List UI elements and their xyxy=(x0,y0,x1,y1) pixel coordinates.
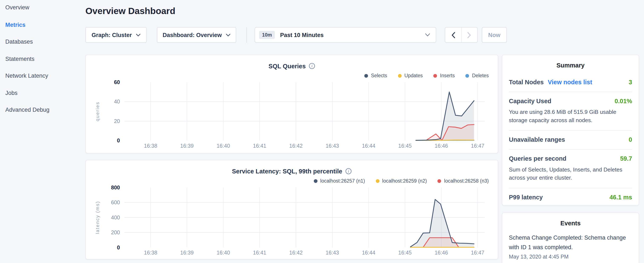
summary-label: Queries per second xyxy=(509,155,566,162)
summary-label: Capacity Used xyxy=(509,97,552,105)
summary-row-total-nodes: Total Nodes View nodes list 3 xyxy=(509,79,632,92)
header-divider xyxy=(246,27,247,43)
legend-dot xyxy=(438,179,441,183)
legend-label: localhost:26257 (n1) xyxy=(320,178,365,184)
svg-text:16:41: 16:41 xyxy=(253,249,266,255)
legend-dot xyxy=(398,74,402,78)
sidebar-item-overview[interactable]: Overview xyxy=(5,4,29,11)
summary-row-queries-per-second: Queries per second 59.7 Sum of Selects, … xyxy=(509,150,632,188)
legend-item: Inserts xyxy=(434,73,455,79)
chevron-left-icon xyxy=(451,32,455,38)
svg-text:16:45: 16:45 xyxy=(398,143,412,149)
legend-label: Updates xyxy=(404,73,423,79)
svg-text:16:43: 16:43 xyxy=(326,143,339,149)
dashboard-select[interactable]: Dashboard: Overview xyxy=(157,27,236,43)
db-console-window: Overview Metrics Databases Statements Ne… xyxy=(0,0,644,263)
svg-text:16:40: 16:40 xyxy=(217,249,230,255)
sidebar-item-jobs[interactable]: Jobs xyxy=(5,90,18,96)
legend-label: Selects xyxy=(371,73,387,79)
legend-item: localhost:26257 (n1) xyxy=(314,178,365,184)
svg-text:0: 0 xyxy=(117,137,120,143)
summary-row-capacity-used: Capacity Used 0.01% You are using 28.6 M… xyxy=(509,92,632,131)
time-range-badge: 10m xyxy=(259,31,275,39)
summary-label: P99 latency xyxy=(509,194,543,201)
info-icon[interactable]: i xyxy=(309,63,315,69)
summary-label: Unavailable ranges xyxy=(509,136,565,143)
page-title: Overview Dashboard xyxy=(86,6,176,16)
svg-text:16:45: 16:45 xyxy=(398,249,412,255)
svg-text:600: 600 xyxy=(111,199,120,205)
svg-text:16:41: 16:41 xyxy=(253,143,266,149)
summary-subtext: Sum of Selects, Updates, Inserts, and De… xyxy=(509,166,632,182)
svg-text:0: 0 xyxy=(117,244,120,250)
sidebar-item-metrics[interactable]: Metrics xyxy=(5,21,26,28)
svg-text:queries: queries xyxy=(95,102,100,121)
legend-label: localhost:26258 (n3) xyxy=(444,178,489,184)
sidebar-item-databases[interactable]: Databases xyxy=(5,38,33,45)
chart-legend: localhost:26257 (n1) localhost:26259 (n2… xyxy=(92,178,489,184)
sidebar-item-statements[interactable]: Statements xyxy=(5,56,34,62)
time-range-label: Past 10 Minutes xyxy=(280,32,324,38)
summary-value: 46.1 ms xyxy=(610,194,632,201)
svg-text:16:42: 16:42 xyxy=(289,249,303,255)
chart-legend: Selects Updates Inserts Deletes xyxy=(92,72,489,79)
now-button[interactable]: Now xyxy=(482,27,507,43)
chevron-down-icon xyxy=(226,34,230,36)
chart-title: SQL Queries xyxy=(268,62,306,69)
event-timestamp: May 13, 2020 at 4:45 PM xyxy=(509,254,632,260)
svg-text:800: 800 xyxy=(111,185,120,190)
svg-text:16:44: 16:44 xyxy=(362,249,375,255)
summary-panel: Summary Total Nodes View nodes list 3 Ca… xyxy=(502,55,639,205)
svg-text:16:39: 16:39 xyxy=(180,249,194,255)
chevron-down-icon xyxy=(425,33,430,36)
time-forward-button[interactable] xyxy=(461,28,477,42)
time-back-button[interactable] xyxy=(445,28,461,42)
sidebar-item-advanced-debug[interactable]: Advanced Debug xyxy=(5,106,50,113)
svg-text:16:46: 16:46 xyxy=(434,143,448,149)
time-range-select[interactable]: 10m Past 10 Minutes xyxy=(255,27,436,43)
legend-dot xyxy=(364,74,368,78)
legend-dot xyxy=(434,74,437,78)
legend-item: Selects xyxy=(364,73,387,79)
summary-subtext: You are using 28.6 MiB of 515.9 GiB usab… xyxy=(509,108,632,124)
summary-value: 0 xyxy=(629,136,632,143)
event-text: Schema Change Completed: Schema change w… xyxy=(509,233,632,252)
summary-title: Summary xyxy=(509,55,632,79)
summary-label: Total Nodes xyxy=(509,79,544,86)
svg-text:40: 40 xyxy=(114,99,120,105)
info-icon[interactable]: i xyxy=(346,168,352,174)
view-nodes-list-link[interactable]: View nodes list xyxy=(548,79,592,86)
svg-text:60: 60 xyxy=(114,80,120,85)
svg-text:latency (ms): latency (ms) xyxy=(95,201,100,234)
graph-scope-select[interactable]: Graph: Cluster xyxy=(86,27,147,43)
graph-scope-label: Graph: Cluster xyxy=(92,32,132,38)
event-item[interactable]: Schema Change Completed: Schema change w… xyxy=(509,233,632,260)
summary-value: 59.7 xyxy=(620,155,632,162)
chart-title: Service Latency: SQL, 99th percentile xyxy=(232,167,342,174)
summary-value: 0.01% xyxy=(615,97,632,105)
time-step-buttons xyxy=(445,27,478,43)
legend-item: localhost:26258 (n3) xyxy=(438,178,489,184)
svg-text:16:46: 16:46 xyxy=(434,249,448,255)
svg-text:i: i xyxy=(312,64,312,68)
svg-text:16:38: 16:38 xyxy=(144,249,157,255)
svg-text:16:44: 16:44 xyxy=(362,143,375,149)
summary-value: 3 xyxy=(629,79,632,86)
svg-text:16:47: 16:47 xyxy=(471,249,484,255)
legend-dot xyxy=(466,74,469,78)
sql-queries-plot: 16:3816:3916:4016:4116:4216:4316:4416:45… xyxy=(92,80,491,151)
svg-text:16:39: 16:39 xyxy=(180,143,194,149)
legend-label: Deletes xyxy=(472,73,489,79)
svg-text:20: 20 xyxy=(114,118,120,124)
svg-text:16:43: 16:43 xyxy=(326,249,339,255)
dashboard-select-label: Dashboard: Overview xyxy=(163,32,222,38)
svg-text:16:40: 16:40 xyxy=(217,143,230,149)
events-panel: Events Schema Change Completed: Schema c… xyxy=(502,212,639,263)
svg-text:400: 400 xyxy=(111,214,120,220)
sql-queries-chart-card: SQL Queries i Selects Updates Inserts De… xyxy=(86,55,498,153)
svg-text:16:47: 16:47 xyxy=(471,143,484,149)
sidebar-item-network-latency[interactable]: Network Latency xyxy=(5,72,48,79)
events-title: Events xyxy=(509,213,632,232)
service-latency-plot: 16:3816:3916:4016:4116:4216:4316:4416:45… xyxy=(92,185,491,258)
svg-text:16:38: 16:38 xyxy=(144,143,157,149)
